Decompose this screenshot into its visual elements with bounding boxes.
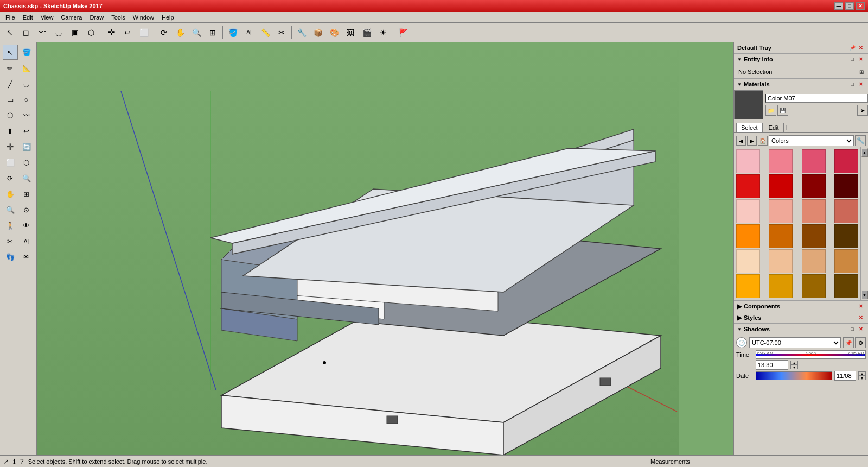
lt-erase-btn[interactable]: ✏ xyxy=(3,60,18,75)
shadows-minimize[interactable]: □ xyxy=(848,325,856,333)
lt-prevview-btn[interactable]: ⊙ xyxy=(19,202,34,217)
lt-eye-btn[interactable]: 👁 xyxy=(19,249,34,264)
color-swatch-16[interactable] xyxy=(736,249,760,273)
toolbar-rotate-btn[interactable]: ↩ xyxy=(120,25,135,40)
lt-freehand-btn[interactable]: 〰 xyxy=(19,108,34,123)
menu-window[interactable]: Window xyxy=(130,13,157,22)
lt-tape-btn[interactable]: 📐 xyxy=(19,60,34,75)
color-swatch-6[interactable] xyxy=(802,174,826,198)
color-swatch-10[interactable] xyxy=(802,199,826,223)
lt-zoom-btn[interactable]: 🔍 xyxy=(19,171,34,186)
mat-save-btn[interactable]: 💾 xyxy=(777,105,788,116)
toolbar-erase-btn[interactable]: ◻ xyxy=(18,25,34,40)
entity-info-minimize[interactable]: □ xyxy=(848,55,856,63)
toolbar-arc-btn[interactable]: ◡ xyxy=(51,25,66,40)
entity-info-close[interactable]: ✕ xyxy=(857,55,865,63)
maximize-btn[interactable]: □ xyxy=(845,2,854,10)
lt-circle-btn[interactable]: ○ xyxy=(19,92,34,107)
lt-line-btn[interactable]: ╱ xyxy=(3,76,18,91)
toolbar-materials-btn[interactable]: 🎨 xyxy=(327,25,342,40)
menu-help[interactable]: Help xyxy=(158,13,177,22)
mat-arrow-btn[interactable]: ➤ xyxy=(857,105,868,116)
components-close-btn[interactable]: ✕ xyxy=(857,302,865,310)
shadows-header[interactable]: ▼ Shadows □ ✕ xyxy=(734,324,868,335)
toolbar-shadows-btn[interactable]: ☀ xyxy=(375,25,391,40)
time-spin-down[interactable]: ▼ xyxy=(790,365,798,369)
date-value-input[interactable] xyxy=(834,371,856,381)
mat-eyedrop-btn[interactable]: 🔧 xyxy=(855,135,866,146)
menu-draw[interactable]: Draw xyxy=(86,13,107,22)
tray-pin-btn[interactable]: 📌 xyxy=(848,44,856,52)
color-swatch-5[interactable] xyxy=(769,174,793,198)
viewport[interactable] xyxy=(37,42,733,455)
material-name-input[interactable] xyxy=(765,94,868,103)
toolbar-group-btn[interactable]: 📦 xyxy=(310,25,326,40)
lt-scale-btn[interactable]: ⬜ xyxy=(3,155,18,170)
toolbar-orbit-btn[interactable]: ⟳ xyxy=(156,25,171,40)
toolbar-styles-btn[interactable]: 🖼 xyxy=(343,25,358,40)
styles-header[interactable]: ▶ Styles ✕ xyxy=(734,312,868,323)
toolbar-paint-btn[interactable]: 🪣 xyxy=(225,25,240,40)
status-icon-info[interactable]: ℹ xyxy=(13,458,16,465)
color-swatch-21[interactable] xyxy=(769,274,793,298)
shadow-settings-btn[interactable]: ⚙ xyxy=(855,337,866,348)
mat-category-dropdown[interactable]: Colors Brick Metal Wood xyxy=(769,135,854,146)
toolbar-dimension-btn[interactable]: 📏 xyxy=(258,25,273,40)
color-swatch-4[interactable] xyxy=(736,174,760,198)
lt-text-btn[interactable]: A| xyxy=(19,234,34,249)
styles-close-btn[interactable]: ✕ xyxy=(857,314,865,321)
color-swatch-3[interactable] xyxy=(834,149,858,173)
color-swatch-8[interactable] xyxy=(736,199,760,223)
time-value-input[interactable] xyxy=(756,360,788,370)
mat-nav-home[interactable]: 🏠 xyxy=(758,136,768,146)
date-spin-up[interactable]: ▲ xyxy=(858,371,866,376)
shadows-close[interactable]: ✕ xyxy=(857,325,865,333)
lt-pushpull-btn[interactable]: ⬆ xyxy=(3,123,18,138)
scroll-up[interactable]: ▲ xyxy=(861,148,868,157)
mat-folder-btn[interactable]: 📁 xyxy=(765,105,776,116)
toolbar-shape-btn[interactable]: ▣ xyxy=(67,25,82,40)
minimize-btn[interactable]: — xyxy=(834,2,843,10)
lt-rect-btn[interactable]: ▭ xyxy=(3,92,18,107)
mat-tab-edit[interactable]: Edit xyxy=(764,123,784,132)
shadow-timezone-dropdown[interactable]: UTC-07:00 UTC-08:00 UTC+00:00 xyxy=(749,337,841,348)
close-btn[interactable]: ✕ xyxy=(856,2,865,10)
color-swatch-22[interactable] xyxy=(802,274,826,298)
color-swatch-14[interactable] xyxy=(802,224,826,248)
materials-header[interactable]: ▼ Materials □ ✕ xyxy=(734,79,868,90)
color-swatch-15[interactable] xyxy=(834,224,858,248)
color-swatch-23[interactable] xyxy=(834,274,858,298)
components-header[interactable]: ▶ Components ✕ xyxy=(734,301,868,312)
toolbar-scale-btn[interactable]: ⬜ xyxy=(136,25,151,40)
toolbar-components-btn[interactable]: 🔧 xyxy=(294,25,309,40)
status-icon-arrow[interactable]: ↗ xyxy=(3,458,9,465)
mat-nav-forward[interactable]: ▶ xyxy=(747,136,757,146)
date-spin-down[interactable]: ▼ xyxy=(858,376,866,380)
lt-move-btn[interactable]: ✛ xyxy=(3,139,18,154)
lt-offset-btn[interactable]: ⬡ xyxy=(19,155,34,170)
lt-footstep-btn[interactable]: 👣 xyxy=(3,249,18,264)
lt-select-btn[interactable]: ↖ xyxy=(3,45,18,60)
color-swatch-2[interactable] xyxy=(802,149,826,173)
tray-close-btn[interactable]: ✕ xyxy=(857,44,865,52)
color-swatch-0[interactable] xyxy=(736,149,760,173)
toolbar-zoom-btn[interactable]: 🔍 xyxy=(189,25,204,40)
toolbar-pan-btn[interactable]: ✋ xyxy=(173,25,188,40)
menu-edit[interactable]: Edit xyxy=(20,13,36,22)
menu-camera[interactable]: Camera xyxy=(58,13,85,22)
color-swatch-11[interactable] xyxy=(834,199,858,223)
mat-nav-back[interactable]: ◀ xyxy=(736,136,746,146)
color-swatch-17[interactable] xyxy=(769,249,793,273)
menu-view[interactable]: View xyxy=(37,13,57,22)
toolbar-scenes-btn[interactable]: 🎬 xyxy=(359,25,374,40)
lt-walkthr-btn[interactable]: 🚶 xyxy=(3,218,18,233)
shadow-pin-btn[interactable]: 📌 xyxy=(843,337,854,348)
toolbar-select-btn[interactable]: ↖ xyxy=(2,25,17,40)
color-swatch-9[interactable] xyxy=(769,199,793,223)
lt-pan-btn[interactable]: ✋ xyxy=(3,186,18,201)
lt-lookat-btn[interactable]: 👁 xyxy=(19,218,34,233)
lt-followme-btn[interactable]: ↩ xyxy=(19,123,34,138)
scroll-down[interactable]: ▼ xyxy=(861,291,868,299)
lt-polygon-btn[interactable]: ⬡ xyxy=(3,108,18,123)
entity-expand-arrow[interactable]: ⊞ xyxy=(859,69,864,75)
